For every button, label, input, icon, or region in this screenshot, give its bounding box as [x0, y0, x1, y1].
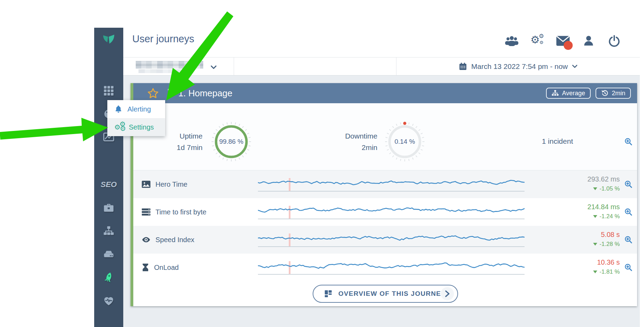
journey-panel-header: 1. Homepage Average 2min [133, 83, 637, 103]
average-label: Average [562, 90, 585, 97]
header-toolbar: ⚙⚙⚙ [505, 34, 621, 48]
zoom-in-icon[interactable] [624, 208, 633, 216]
interval-button[interactable]: 2min [596, 88, 631, 99]
zoom-in-icon[interactable] [624, 236, 633, 244]
metric-label: Time to first byte [155, 208, 206, 216]
date-range-selector[interactable]: March 13 2022 7:54 pm - now [396, 58, 640, 75]
trend-down-icon [593, 271, 597, 273]
logout-icon[interactable] [607, 34, 621, 48]
sidebar-item-journeys-active[interactable] [94, 266, 123, 289]
metric-value: 293.62 ms [588, 175, 620, 184]
sitemap-icon [552, 90, 559, 97]
calendar-icon [459, 62, 467, 71]
downtime-label: Downtime 2min [315, 130, 377, 153]
menu-item-label: Settings [129, 123, 154, 131]
metric-row-ttfb: Time to first byte 214.84 ms -1.24 % [133, 198, 637, 226]
metric-row-onload: OnLoad 10.36 s -1.81 % [133, 254, 637, 281]
overview-journey-button[interactable]: OVERVIEW OF THIS JOURNEY [313, 285, 458, 303]
trend-down-icon [593, 243, 597, 246]
eye-icon [142, 236, 151, 244]
uptime-value: 99.86 % [210, 120, 253, 163]
journey-title: 1. Homepage [178, 88, 232, 99]
redacted-account-subtext [138, 69, 190, 73]
uptime-gauge: 99.86 % [210, 120, 253, 163]
sidebar-item-sitemap[interactable] [94, 219, 123, 242]
metric-value: 10.36 s [593, 258, 620, 267]
messages-icon[interactable] [556, 34, 570, 48]
sidebar-item-toolbox[interactable] [94, 196, 123, 219]
bell-icon [114, 105, 123, 114]
redacted-account-name [136, 61, 203, 69]
metric-label: Speed Index [155, 236, 194, 244]
downtime-gauge: 0.14 % [383, 120, 426, 163]
image-icon [142, 180, 151, 188]
sidebar-item-servers[interactable] [94, 242, 123, 266]
zoom-in-icon[interactable] [624, 263, 633, 272]
panel-footer: OVERVIEW OF THIS JOURNEY [133, 281, 637, 306]
sidebar: SEO [94, 28, 123, 327]
sidebar-item-health[interactable] [94, 289, 123, 312]
notification-badge [564, 41, 573, 50]
dashboard-icon [324, 290, 332, 298]
kebab-menu-icon[interactable] [165, 87, 173, 99]
metric-change: -1.05 % [588, 184, 620, 193]
account-icon[interactable] [582, 34, 596, 48]
trend-down-icon [593, 215, 597, 218]
incident-count: 1 incident [542, 137, 573, 145]
gears-icon[interactable]: ⚙⚙⚙ [530, 34, 544, 48]
metric-value: 5.08 s [593, 230, 620, 239]
metric-label: OnLoad [154, 264, 179, 272]
zoom-in-icon[interactable] [624, 180, 633, 188]
hourglass-icon [142, 263, 149, 272]
chevron-down-icon [211, 64, 217, 71]
interval-label: 2min [612, 90, 625, 97]
menu-item-alerting[interactable]: Alerting [107, 100, 165, 118]
gears-icon: ⚙⚙⚙ [114, 123, 124, 132]
metric-row-speed-index: Speed Index 5.08 s -1.28 % [133, 226, 637, 254]
downtime-value: 0.14 % [383, 120, 426, 163]
page-title: User journeys [132, 33, 194, 45]
chevron-down-icon [572, 64, 578, 68]
journey-context-menu: Alerting ⚙⚙⚙ Settings [107, 100, 165, 136]
trend-down-icon [593, 187, 597, 190]
metric-value: 214.84 ms [588, 202, 620, 212]
metric-change: -1.81 % [593, 267, 620, 276]
annotation-arrow-to-settings [0, 118, 108, 141]
chevron-right-icon [441, 287, 454, 300]
journey-panel-homepage: 1. Homepage Average 2min [131, 83, 637, 306]
date-range-text: March 13 2022 7:54 pm - now [471, 62, 568, 71]
seo-label: SEO [101, 180, 117, 189]
menu-item-label: Alerting [127, 105, 151, 113]
average-toggle-button[interactable]: Average [546, 88, 591, 99]
favorite-star-icon[interactable] [147, 88, 159, 99]
metric-row-hero-time: Hero Time 293.62 ms -1.05 % [133, 170, 637, 198]
metric-label: Hero Time [155, 180, 187, 188]
sidebar-item-seo[interactable]: SEO [94, 173, 123, 196]
metric-change: -1.24 % [588, 212, 620, 221]
menu-item-settings[interactable]: ⚙⚙⚙ Settings [107, 118, 165, 136]
stack-icon [142, 208, 151, 216]
app-logo[interactable] [100, 33, 117, 49]
filter-toolbar: March 13 2022 7:54 pm - now [123, 57, 640, 76]
sidebar-item-dashboards[interactable] [94, 79, 123, 102]
history-clock-icon [601, 89, 609, 97]
stats-band: Uptime 1d 7min 99.86 % Downtime 2min 0.1… [133, 103, 637, 170]
overview-journey-label: OVERVIEW OF THIS JOURNEY [338, 290, 446, 298]
zoom-in-icon[interactable] [624, 138, 633, 146]
metric-change: -1.28 % [593, 239, 620, 249]
account-selector[interactable] [123, 58, 234, 75]
users-icon[interactable] [505, 34, 519, 48]
toolbar-spacer [234, 58, 396, 75]
